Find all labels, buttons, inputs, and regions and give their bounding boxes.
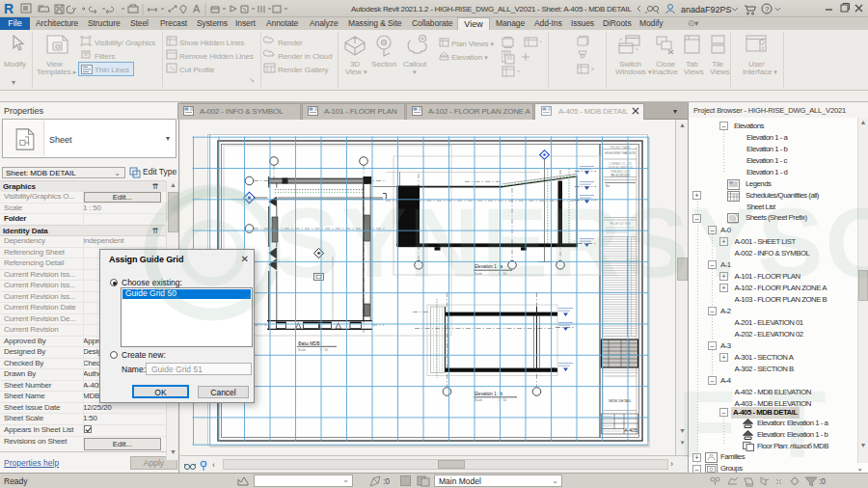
svg-text:MDB DETAIL: MDB DETAIL	[609, 398, 632, 403]
svg-text:COMPANY CO., LTD: COMPANY CO., LTD	[609, 162, 632, 166]
svg-text:Elevation 1 : a: Elevation 1 : a	[475, 264, 503, 269]
svg-text:TEL 02-222-2222: TEL 02-222-2222	[610, 174, 631, 177]
svg-text:A: A	[193, 3, 201, 14]
svg-text:?: ?	[765, 5, 770, 14]
svg-text:anadaF92PS: anadaF92PS	[681, 5, 732, 14]
svg-text:Scale: Scale	[475, 272, 482, 276]
svg-text:Scale: Scale	[298, 348, 306, 352]
svg-text:PROJECT NAME: PROJECT NAME	[610, 146, 631, 149]
svg-text:Scale: Scale	[475, 398, 482, 402]
svg-text:HIGH-RISE THAI NON: HIGH-RISE THAI NON	[605, 151, 636, 155]
svg-text:199 ROAD BANGKOK: 199 ROAD BANGKOK	[608, 166, 633, 170]
svg-text:No.: No.	[606, 184, 610, 188]
svg-text:Фаїш MDB: Фаїш MDB	[298, 341, 320, 346]
svg-text:A-405: A-405	[624, 427, 637, 433]
svg-text:Elevation 1 : b: Elevation 1 : b	[475, 392, 503, 396]
